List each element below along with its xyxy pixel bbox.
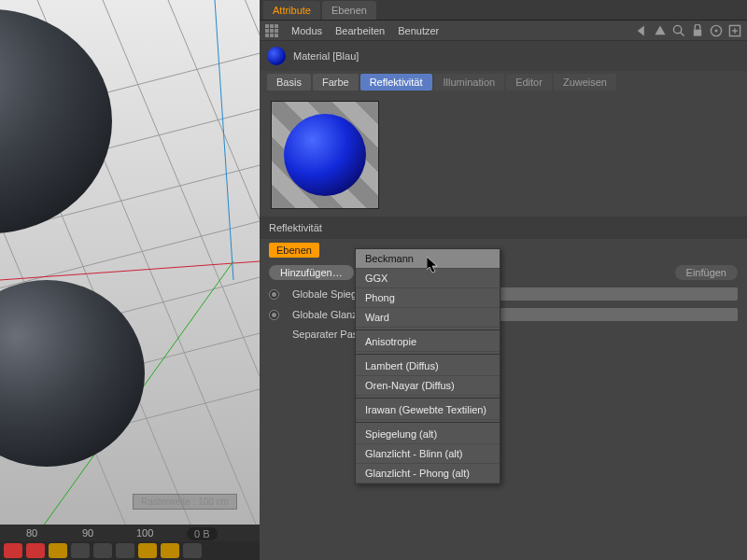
section-title: Reflektivität [260, 217, 747, 239]
record-icon[interactable] [4, 543, 22, 558]
grid-icon[interactable] [265, 24, 278, 37]
menu-item[interactable]: Irawan (Gewebte Textilien) [356, 400, 500, 420]
status-bytes: 0 B [187, 527, 218, 540]
panel-tabs: Attribute Ebenen [260, 0, 747, 21]
viewport-grid-label: Rasterweite : 100 cm [133, 494, 237, 510]
svg-line-20 [680, 32, 684, 35]
add-button[interactable]: Hinzufügen… [269, 265, 354, 280]
material-header: Material [Blau] [260, 41, 747, 71]
tool-icon[interactable] [183, 543, 202, 558]
ruler-tick: 100 [136, 527, 153, 539]
ruler-tick: 80 [26, 527, 37, 539]
menu-modus[interactable]: Modus [291, 25, 322, 36]
ruler-tick: 90 [82, 527, 93, 539]
svg-point-23 [715, 29, 718, 32]
tab-farbe[interactable]: Farbe [313, 74, 359, 91]
menu-item[interactable]: Ward [356, 308, 500, 328]
lock-icon[interactable] [691, 24, 704, 37]
keyframe-icon[interactable] [26, 543, 45, 558]
tab-basis[interactable]: Basis [267, 74, 311, 91]
svg-rect-21 [694, 29, 701, 35]
panel-menubar: Modus Bearbeiten Benutzer [260, 21, 747, 41]
preview-sphere [284, 114, 366, 196]
tab-editor[interactable]: Editor [506, 74, 552, 91]
tab-reflektivitaet[interactable]: Reflektivität [360, 74, 432, 91]
menu-bearbeiten[interactable]: Bearbeiten [335, 25, 385, 36]
tool-icon[interactable] [93, 543, 112, 558]
autokey-icon[interactable] [49, 543, 67, 558]
tool-icon[interactable] [71, 543, 90, 558]
attribute-panel: Attribute Ebenen Modus Bearbeiten Benutz… [260, 0, 747, 560]
radio-global-specular[interactable] [269, 310, 279, 320]
label-separate-pass: Separater Pass [292, 329, 363, 340]
tab-illumination[interactable]: Illumination [434, 74, 505, 91]
timeline-ruler[interactable]: 80 90 100 0 B [0, 525, 260, 541]
material-name: Material [Blau] [293, 50, 359, 62]
radio-global-reflection[interactable] [269, 289, 279, 300]
cursor-icon [427, 257, 442, 275]
material-channel-tabs: Basis Farbe Reflektivität Illumination E… [260, 71, 747, 93]
nav-back-icon[interactable] [635, 24, 648, 37]
menu-item[interactable]: Oren-Nayar (Diffus) [356, 376, 500, 396]
new-window-icon[interactable] [728, 24, 741, 37]
menu-item[interactable]: Phong [356, 288, 500, 308]
menu-item[interactable]: Glanzlicht - Blinn (alt) [356, 444, 500, 464]
menu-item[interactable]: Spiegelung (alt) [356, 425, 500, 444]
nav-up-icon[interactable] [654, 24, 667, 37]
menu-benutzer[interactable]: Benutzer [398, 25, 439, 36]
timeline-area: 80 90 100 0 B [0, 525, 260, 560]
menu-item[interactable]: Lambert (Diffus) [356, 357, 500, 376]
material-preview [271, 101, 379, 209]
material-preview-icon [267, 47, 286, 65]
tool-icon[interactable] [161, 543, 179, 558]
tool-icon[interactable] [116, 543, 134, 558]
search-icon[interactable] [672, 24, 685, 37]
menu-item[interactable]: Glanzlicht - Phong (alt) [356, 464, 500, 483]
menu-item[interactable]: Anisotropie [356, 332, 500, 352]
tab-zuweisen[interactable]: Zuweisen [554, 74, 616, 91]
tab-attribute[interactable]: Attribute [263, 1, 320, 20]
viewport-3d[interactable]: Rasterweite : 100 cm [0, 0, 260, 560]
tab-ebenen[interactable]: Ebenen [322, 1, 376, 20]
ebenen-chip[interactable]: Ebenen [269, 243, 319, 258]
label-global-specular: Globale Glanzl [292, 309, 359, 320]
tool-icon[interactable] [138, 543, 157, 558]
target-icon[interactable] [710, 24, 723, 37]
label-global-reflection: Globale Spiege [292, 288, 362, 300]
distribution-menu: BeckmannGGXPhongWardAnisotropieLambert (… [355, 248, 500, 484]
paste-button[interactable]: Einfügen [675, 265, 738, 280]
bottom-icon-row [0, 541, 260, 560]
